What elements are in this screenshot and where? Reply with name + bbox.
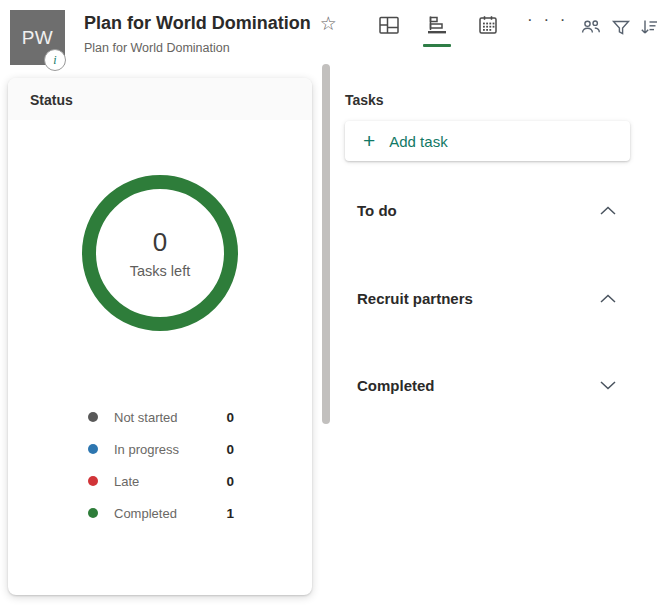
legend-value: 1: [226, 506, 234, 521]
legend-row-in-progress: In progress 0: [88, 441, 234, 457]
in-progress-dot-icon: [88, 444, 98, 454]
vertical-scrollbar[interactable]: [322, 64, 330, 424]
legend-row-completed: Completed 1: [88, 505, 234, 521]
chevron-up-icon[interactable]: [600, 206, 616, 215]
completed-dot-icon: [88, 508, 98, 518]
section-label: To do: [357, 202, 397, 219]
section-header-completed[interactable]: Completed: [357, 375, 616, 395]
donut-center-text: 0 Tasks left: [80, 173, 240, 333]
not-started-dot-icon: [88, 412, 98, 422]
legend-row-late: Late 0: [88, 473, 234, 489]
section-header-recruit-partners[interactable]: Recruit partners: [357, 288, 616, 308]
legend-label: Late: [114, 474, 139, 489]
section-label: Recruit partners: [357, 290, 473, 307]
board-icon[interactable]: [378, 14, 400, 36]
add-task-button[interactable]: + Add task: [345, 121, 630, 161]
legend-value: 0: [226, 474, 234, 489]
tasks-left-label: Tasks left: [130, 263, 190, 279]
plus-icon: +: [363, 130, 375, 151]
legend-value: 0: [226, 442, 234, 457]
members-icon[interactable]: [580, 16, 602, 38]
chevron-up-icon[interactable]: [600, 294, 616, 303]
status-card-title: Status: [8, 78, 312, 120]
charts-icon[interactable]: [426, 14, 448, 36]
calendar-icon[interactable]: [477, 14, 499, 36]
title-row: Plan for World Domination ☆: [84, 13, 337, 34]
status-chart-card: Status 0 Tasks left Not started 0 In pro…: [8, 78, 312, 595]
legend-value: 0: [226, 410, 234, 425]
favorite-star-icon[interactable]: ☆: [320, 14, 337, 33]
section-header-to-do[interactable]: To do: [357, 200, 616, 220]
sort-icon[interactable]: [638, 16, 660, 38]
chevron-down-icon[interactable]: [600, 381, 616, 390]
tasks-left-value: 0: [153, 227, 167, 258]
section-label: Completed: [357, 377, 435, 394]
active-view-underline: [423, 44, 451, 47]
legend-row-not-started: Not started 0: [88, 409, 234, 425]
more-options-icon[interactable]: · · ·: [527, 10, 568, 30]
tasks-panel-title: Tasks: [345, 92, 384, 108]
legend-label: Completed: [114, 506, 177, 521]
info-badge-icon[interactable]: i: [44, 49, 66, 71]
add-task-label: Add task: [389, 133, 447, 150]
legend-label: Not started: [114, 410, 178, 425]
legend-label: In progress: [114, 442, 179, 457]
page-title: Plan for World Domination: [84, 13, 311, 34]
filter-icon[interactable]: [610, 16, 632, 38]
page-subtitle: Plan for World Domination: [84, 41, 230, 55]
late-dot-icon: [88, 476, 98, 486]
